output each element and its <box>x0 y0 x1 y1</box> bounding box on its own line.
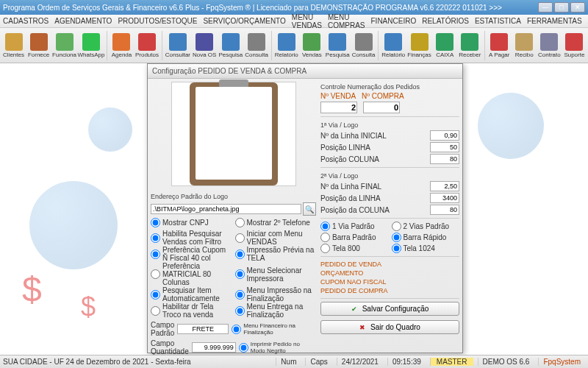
link-pedido-de-venda[interactable]: PEDIDO DE VENDA <box>320 260 459 269</box>
menu-menu compras[interactable]: MENU COMPRAS <box>328 13 365 29</box>
toolbar-finanças[interactable]: Finanças <box>406 29 431 62</box>
status-date: 24/12/2021 <box>337 358 383 366</box>
opt-4-0[interactable] <box>151 306 160 316</box>
linha-inicial-label: Nº da Linha INICIAL <box>320 132 427 140</box>
opt-3-0[interactable] <box>151 290 160 300</box>
statusbar: SUA CIDADE - UF 24 de Dezembro de 2021 -… <box>0 355 588 368</box>
toolbar-relatório[interactable]: Relatório <box>381 29 406 62</box>
campo-padrao-label: Campo Padrão <box>151 321 174 337</box>
menu-cadastros[interactable]: CADASTROS <box>3 17 49 25</box>
save-config-button[interactable]: Salvar Configuração <box>320 302 459 316</box>
maximize-button[interactable]: □ <box>554 2 569 13</box>
browse-logo-button[interactable]: 🔍 <box>303 202 316 216</box>
logo-preview <box>171 82 296 186</box>
toolbar-clientes[interactable]: Clientes <box>1 29 26 62</box>
toolbar-pesquisa[interactable]: Pesquisa <box>325 29 351 62</box>
toolbar-relatório[interactable]: Relatório <box>274 29 299 62</box>
consulta-icon <box>248 33 265 51</box>
pos-linha2-input[interactable] <box>430 193 459 203</box>
toolbar-fornece[interactable]: Fornece <box>26 29 51 62</box>
toolbar-consultar[interactable]: Consultar <box>165 29 191 62</box>
extra-opt-1[interactable] <box>239 343 248 353</box>
toolbar-funciona[interactable]: Funciona <box>51 29 77 62</box>
config-dialog: Configuração PEDIDO DE VENDA & COMPRA En… <box>147 63 463 353</box>
campo-padrao-input[interactable] <box>177 324 229 334</box>
status-demo: DEMO OS 6.6 <box>478 358 534 366</box>
agenda-icon <box>112 33 130 51</box>
toolbar-agenda[interactable]: Agenda <box>110 29 134 62</box>
menu-produtos/estoque[interactable]: PRODUTOS/ESTOQUE <box>118 17 197 25</box>
main-toolbar: ClientesForneceFuncionaWhatsAppAgendaPro… <box>0 28 588 63</box>
opt-1-1[interactable] <box>235 250 245 259</box>
linha-final-input[interactable] <box>430 181 459 191</box>
status-location: SUA CIDADE - UF 24 de Dezembro de 2021 -… <box>3 358 271 366</box>
menu-relatórios[interactable]: RELATÓRIOS <box>422 17 469 25</box>
toolbar-suporte[interactable]: Suporte <box>562 29 587 62</box>
linha-final-label: Nº da Linha FINAL <box>320 183 427 191</box>
a pagar-icon <box>490 33 508 51</box>
status-num: Num <box>276 358 301 366</box>
toolbar-nova os[interactable]: Nova OS <box>192 29 217 62</box>
funciona-icon <box>56 33 74 51</box>
opt-1-0[interactable] <box>151 250 160 259</box>
opt-0-0[interactable] <box>151 233 160 243</box>
extra-opt-0[interactable] <box>232 325 241 334</box>
linha-inicial-input[interactable] <box>430 130 459 141</box>
pos-linha2-label: Posição da LINHA <box>320 194 427 202</box>
pos-linha1-input[interactable] <box>430 142 459 152</box>
opt-0-1[interactable] <box>235 233 245 243</box>
nova os-icon <box>196 33 213 51</box>
n-venda-label: Nº VENDA <box>320 92 356 100</box>
opt-3-1[interactable] <box>235 290 245 300</box>
relatório-icon <box>278 33 295 51</box>
menu-estatistica[interactable]: ESTATISTICA <box>475 17 521 25</box>
barra-1[interactable] <box>392 233 401 242</box>
tela-0[interactable] <box>320 244 330 253</box>
n-compra-input[interactable] <box>363 102 400 113</box>
status-time: 09:15:39 <box>387 358 426 366</box>
fornece-icon <box>30 33 48 51</box>
opt-4-1[interactable] <box>235 306 245 316</box>
toolbar-consulta[interactable]: Consulta <box>244 29 269 62</box>
exit-button[interactable]: Sair do Quadro <box>320 320 459 334</box>
status-caps: Caps <box>305 358 331 366</box>
toolbar-caixa[interactable]: CAIXA <box>433 29 457 62</box>
window-title: Programa Ordem de Serviços Gerais & Fina… <box>3 4 538 12</box>
radio-1[interactable] <box>235 218 245 227</box>
barra-0[interactable] <box>320 233 330 242</box>
vias-1[interactable] <box>392 222 401 231</box>
link-cupom-nao-fiscal[interactable]: CUPOM NAO FISCAL <box>320 277 459 286</box>
menu-financeiro[interactable]: FINANCEIRO <box>371 17 417 25</box>
receber-icon <box>461 33 478 51</box>
toolbar-recibo[interactable]: Recibo <box>512 29 537 62</box>
opt-2-0[interactable] <box>151 269 160 279</box>
toolbar-consulta[interactable]: Consulta <box>351 29 376 62</box>
vias-0[interactable] <box>320 222 330 231</box>
radio-0[interactable] <box>151 218 160 227</box>
n-venda-input[interactable] <box>320 102 357 113</box>
toolbar-a pagar[interactable]: A Pagar <box>487 29 512 62</box>
menu-agendamento[interactable]: AGENDAMENTO <box>54 17 112 25</box>
pos-linha1-label: Posição LINHA <box>320 144 427 152</box>
pos-coluna1-input[interactable] <box>430 154 459 164</box>
pos-coluna2-input[interactable] <box>430 205 459 215</box>
link-pedido-de-compra[interactable]: PEDIDO DE COMPRA <box>320 286 459 295</box>
toolbar-vendas[interactable]: Vendas <box>300 29 324 62</box>
tela-1[interactable] <box>392 244 401 253</box>
toolbar-whatsapp[interactable]: WhatsApp <box>78 29 104 62</box>
menubar: CADASTROSAGENDAMENTOPRODUTOS/ESTOQUESERV… <box>0 15 588 28</box>
menu-serviço/orçamento[interactable]: SERVIÇO/ORÇAMENTO <box>203 17 285 25</box>
opt-2-1[interactable] <box>235 269 245 279</box>
link-orçamento[interactable]: ORÇAMENTO <box>320 269 459 277</box>
toolbar-produtos[interactable]: Produtos <box>135 29 159 62</box>
logo-path-input[interactable] <box>151 204 301 214</box>
toolbar-contrato[interactable]: Contrato <box>537 29 562 62</box>
menu-menu vendas[interactable]: MENU VENDAS <box>292 13 322 29</box>
whatsapp-icon <box>82 33 100 51</box>
menu-ferramentas[interactable]: FERRAMENTAS <box>527 17 582 25</box>
toolbar-pesquisa[interactable]: Pesquisa <box>218 29 243 62</box>
toolbar-receber[interactable]: Receber <box>458 29 482 62</box>
close-button[interactable]: ✕ <box>570 2 585 13</box>
minimize-button[interactable]: — <box>538 2 553 13</box>
campo-qtd-input[interactable] <box>192 342 236 353</box>
